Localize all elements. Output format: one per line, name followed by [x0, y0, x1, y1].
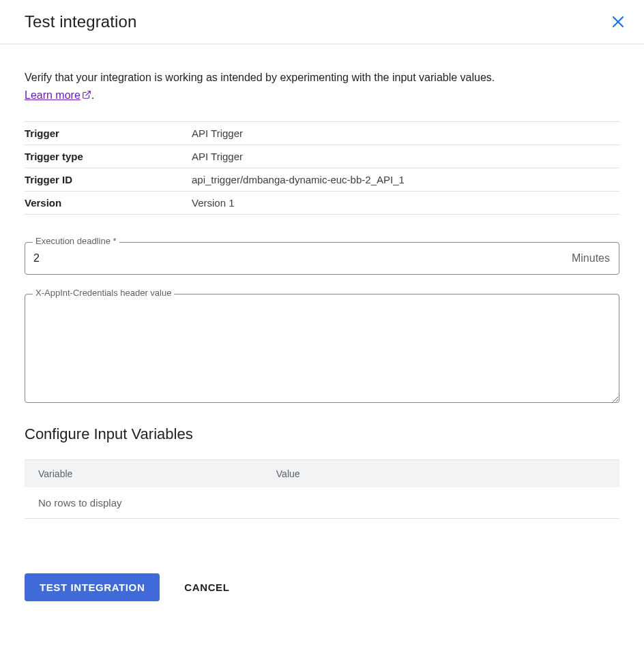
detail-row-version: Version Version 1 [25, 192, 619, 215]
detail-label: Trigger [25, 127, 192, 139]
test-integration-button[interactable]: Test integration [25, 573, 160, 601]
detail-label: Trigger ID [25, 174, 192, 185]
svg-line-2 [86, 91, 90, 95]
trigger-details-table: Trigger API Trigger Trigger type API Tri… [25, 121, 619, 215]
col-value: Value [263, 460, 619, 488]
execution-deadline-label: Execution deadline * [33, 236, 119, 246]
input-variables-table: Variable Value No rows to display [25, 459, 619, 519]
credentials-textarea[interactable] [25, 294, 619, 403]
detail-value: API Trigger [192, 127, 243, 139]
cancel-button[interactable]: Cancel [184, 573, 229, 601]
detail-value: API Trigger [192, 151, 243, 162]
detail-value: api_trigger/dmbanga-dynamic-euc-bb-2_API… [192, 174, 405, 185]
close-button[interactable] [609, 12, 628, 31]
dialog-header: Test integration [0, 0, 644, 44]
detail-label: Version [25, 197, 192, 209]
detail-value: Version 1 [192, 197, 235, 209]
learn-more-link[interactable]: Learn more [25, 89, 91, 101]
learn-more-label: Learn more [25, 89, 80, 101]
detail-label: Trigger type [25, 151, 192, 162]
detail-row-trigger: Trigger API Trigger [25, 122, 619, 145]
external-link-icon [82, 90, 91, 100]
table-empty-row: No rows to display [25, 487, 619, 519]
test-integration-dialog: Test integration Verify that your integr… [0, 0, 644, 649]
table-header-row: Variable Value [25, 460, 619, 488]
detail-row-trigger-id: Trigger ID api_trigger/dmbanga-dynamic-e… [25, 168, 619, 192]
credentials-field: X-AppInt-Credentials header value [25, 294, 619, 405]
no-rows-message: No rows to display [25, 487, 619, 519]
description: Verify that your integration is working … [25, 69, 523, 104]
execution-deadline-field: Execution deadline * Minutes [25, 242, 619, 275]
col-variable: Variable [25, 460, 263, 488]
execution-deadline-input[interactable] [25, 242, 619, 275]
description-text: Verify that your integration is working … [25, 72, 495, 83]
credentials-label: X-AppInt-Credentials header value [33, 288, 174, 298]
dialog-body: Verify that your integration is working … [0, 44, 644, 519]
dialog-title: Test integration [25, 12, 136, 31]
detail-row-trigger-type: Trigger type API Trigger [25, 145, 619, 168]
input-variables-title: Configure Input Variables [25, 425, 619, 443]
close-icon [610, 14, 626, 30]
dialog-actions: Test integration Cancel [0, 549, 644, 626]
